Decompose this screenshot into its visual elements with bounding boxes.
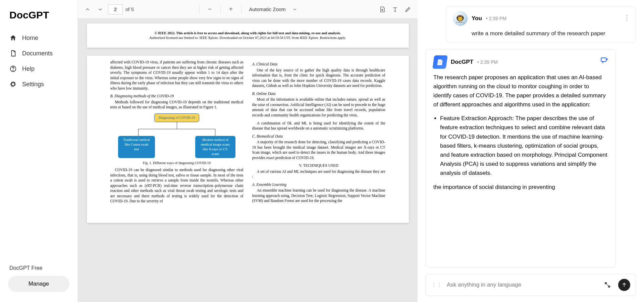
- doc-paragraph: COVID-19 can be diagnosed similar to met…: [110, 167, 244, 204]
- divider: [199, 5, 199, 14]
- sidebar: DocGPT Home Documents Help Settings DocG…: [0, 0, 78, 302]
- doc-page-1-tail: © IEEE 2022. This article is free to acc…: [87, 23, 409, 48]
- zoom-dropdown-button[interactable]: [290, 4, 300, 14]
- doc-toolbar: of 5 − + Automatic Zoom: [78, 0, 418, 19]
- bot-bullet: the importance of social distancing in p…: [433, 183, 608, 192]
- chat-panel: 👨‍🚀 You • 2:39 PM ⋮ write a more detaile…: [418, 0, 644, 302]
- doc-paragraph: affected with COVID-19 virus, if patient…: [110, 60, 244, 91]
- zoom-in-button[interactable]: +: [226, 4, 236, 14]
- sidebar-item-label: Documents: [22, 50, 53, 57]
- sidebar-item-label: Home: [22, 35, 38, 42]
- doc-heading: B. Online Data: [252, 91, 385, 97]
- bot-name: DocGPT: [451, 59, 473, 65]
- zoom-label[interactable]: Automatic Zoom: [247, 6, 287, 12]
- feedback-button[interactable]: [600, 56, 609, 66]
- figure-caption: Fig. 1. Different ways of diagnosing COV…: [110, 161, 244, 165]
- page-up-button[interactable]: [83, 4, 93, 14]
- bot-avatar: 📄: [432, 55, 448, 69]
- svg-point-1: [13, 70, 13, 70]
- sidebar-item-home[interactable]: Home: [0, 30, 77, 46]
- doc-paragraph: An ensemble machine learning can be used…: [252, 188, 385, 204]
- doc-pages[interactable]: © IEEE 2022. This article is free to acc…: [78, 19, 418, 302]
- bot-time: • 2:39 PM: [477, 59, 498, 65]
- sidebar-item-settings[interactable]: Settings: [0, 77, 77, 92]
- user-time: • 2:39 PM: [486, 16, 506, 21]
- doc-paragraph: A set of various AI and ML techniques ar…: [252, 169, 385, 180]
- bot-intro: The research paper proposes an applicati…: [433, 73, 608, 109]
- home-icon: [9, 34, 17, 42]
- doc-heading: C. Biomedical Data: [252, 134, 385, 139]
- document-viewer: of 5 − + Automatic Zoom © IEEE 2022. Thi…: [78, 0, 418, 302]
- drag-handle-icon[interactable]: ⋮⋮: [431, 282, 442, 288]
- zoom-out-button[interactable]: −: [205, 4, 215, 14]
- sidebar-item-label: Settings: [22, 81, 44, 88]
- divider: [241, 5, 241, 14]
- draw-tool-button[interactable]: [403, 4, 413, 14]
- app-logo: DocGPT: [0, 7, 77, 30]
- doc-section-heading: V. TECHNIQUES USED: [252, 163, 385, 168]
- sidebar-footer: DocGPT Free Manage: [0, 265, 77, 295]
- gear-icon: [9, 81, 17, 88]
- bot-message-body: The research paper proposes an applicati…: [433, 73, 608, 192]
- user-avatar: 👨‍🚀: [453, 11, 468, 26]
- sidebar-item-help[interactable]: Help: [0, 61, 77, 77]
- doc-heading: B. Diagnosing methods of the COVID-19: [110, 94, 244, 99]
- chat-input-bar: ⋮⋮: [426, 274, 636, 296]
- doc-paragraph: Methods followed for diagnosing COVID-19…: [110, 100, 244, 110]
- plan-label: DocGPT Free: [8, 265, 69, 271]
- document-icon: [9, 50, 17, 57]
- bot-bullet: Feature Extraction Approach: The paper d…: [440, 114, 608, 178]
- doc-paragraph: A combination of DL and ML is being used…: [252, 121, 385, 131]
- doc-left-column: affected with COVID-19 virus, if patient…: [110, 60, 244, 207]
- help-icon: [9, 65, 17, 72]
- divider: [220, 5, 220, 14]
- page-total: of 5: [125, 6, 134, 12]
- doc-paragraph: One of the key source of to gather the h…: [252, 68, 385, 89]
- user-message: 👨‍🚀 You • 2:39 PM ⋮ write a more detaile…: [446, 6, 636, 43]
- doc-paragraph: Most of the information is available onl…: [252, 97, 385, 118]
- doc-heading: A. Clinical Data: [252, 62, 385, 67]
- doc-paragraph: A majority of the research done for dete…: [252, 140, 385, 160]
- message-menu-button[interactable]: ⋮: [624, 14, 630, 22]
- sidebar-item-documents[interactable]: Documents: [0, 46, 77, 61]
- user-name: You: [472, 15, 482, 22]
- page-down-button[interactable]: [95, 4, 105, 14]
- figure-node-right: Modern method of medical image scans lik…: [195, 136, 235, 158]
- figure-1: Diagnosing of COVID-19 Traditional metho…: [110, 113, 244, 165]
- page-input[interactable]: [108, 4, 123, 14]
- doc-right-column: A. Clinical Data One of the key source o…: [252, 60, 385, 207]
- doc-heading: A. Ensemble Learning: [252, 182, 385, 188]
- chat-input[interactable]: [447, 282, 597, 288]
- sidebar-item-label: Help: [22, 65, 35, 72]
- svg-rect-2: [601, 58, 606, 61]
- user-message-text: write a more detailed summary of the res…: [472, 29, 629, 38]
- zoom-controls: − + Automatic Zoom: [196, 4, 300, 14]
- copyright-line: © IEEE 2022. This article is free to acc…: [110, 31, 385, 36]
- figure-node-root: Diagnosing of COVID-19: [154, 113, 200, 122]
- figure-node-left: Traditional method like Cotton swab test: [118, 136, 155, 158]
- download-button[interactable]: [377, 4, 387, 14]
- license-line: Authorized licensed use limited to: IEEE…: [110, 36, 385, 40]
- bot-message: 📄 DocGPT • 2:39 PM The research paper pr…: [426, 49, 616, 268]
- doc-page-2: affected with COVID-19 virus, if patient…: [87, 56, 409, 223]
- send-button[interactable]: [618, 279, 630, 291]
- sidebar-nav: Home Documents Help Settings: [0, 30, 77, 265]
- expand-button[interactable]: [601, 279, 613, 291]
- manage-button[interactable]: Manage: [8, 276, 69, 292]
- text-tool-button[interactable]: [390, 4, 400, 14]
